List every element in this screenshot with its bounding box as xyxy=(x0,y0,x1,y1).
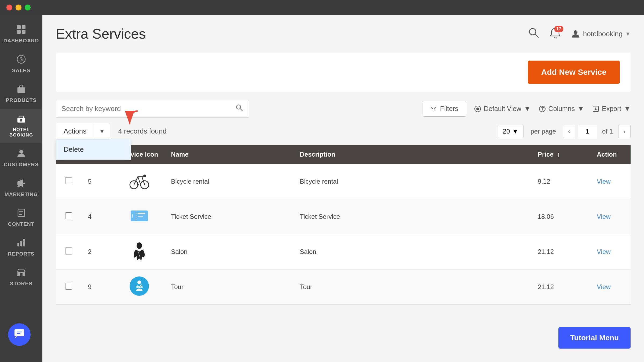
next-page-button[interactable]: › xyxy=(618,125,631,138)
table-header-name: Name xyxy=(164,145,293,164)
row-1-id: 4 xyxy=(82,199,114,234)
view-label: Default View xyxy=(484,105,521,113)
header-search-button[interactable] xyxy=(528,27,540,41)
sidebar-item-sales[interactable]: $ SALES xyxy=(0,49,42,79)
svg-rect-0 xyxy=(17,25,21,29)
svg-text:$: $ xyxy=(20,56,23,62)
sidebar-item-marketing[interactable]: MARKETING xyxy=(0,173,42,203)
sidebar-item-stores-label: STORES xyxy=(10,281,32,287)
table-row: 2 Salon Salon 21.12 View xyxy=(56,234,631,269)
sidebar-item-products[interactable]: PRODUCTS xyxy=(0,79,42,109)
user-menu[interactable]: hotelbooking ▼ xyxy=(571,29,631,39)
export-chevron-icon: ▼ xyxy=(624,105,631,113)
row-2-id: 2 xyxy=(82,234,114,269)
actions-button[interactable]: Actions ▼ xyxy=(56,123,110,139)
row-3-checkbox[interactable] xyxy=(65,283,72,290)
default-view-button[interactable]: Default View ▼ xyxy=(474,105,531,113)
reports-icon xyxy=(16,238,26,249)
row-1-view-link[interactable]: View xyxy=(597,213,611,220)
customers-icon xyxy=(16,149,26,160)
main-content: Extra Services 17 hotelb xyxy=(42,15,644,362)
per-page-number: 20 xyxy=(503,128,510,135)
table-row: 4 Ticket Service Ticket Service 18.06 Vi… xyxy=(56,199,631,234)
row-3-id: 9 xyxy=(82,269,114,305)
per-page-value[interactable]: 20 ▼ xyxy=(498,125,524,138)
sidebar-item-marketing-label: MARKETING xyxy=(5,191,38,197)
row-3-view-link[interactable]: View xyxy=(597,283,611,290)
svg-point-36 xyxy=(137,184,139,186)
row-0-icon xyxy=(114,164,164,199)
row-3-action: View xyxy=(590,269,631,305)
stores-icon xyxy=(16,268,26,279)
sidebar-item-customers[interactable]: CUSTOMERS xyxy=(0,143,42,173)
sidebar: DASHBOARD $ SALES PRODUCTS HOTELB xyxy=(0,15,42,362)
table-header-price[interactable]: Price ↓ xyxy=(531,145,590,164)
sidebar-item-sales-label: SALES xyxy=(12,68,30,73)
actions-menu: Delete xyxy=(56,139,131,160)
row-0-id: 5 xyxy=(82,164,114,199)
sidebar-item-reports[interactable]: REPORTS xyxy=(0,232,42,262)
sidebar-item-content[interactable]: CONTENT xyxy=(0,203,42,232)
actions-label: Actions xyxy=(56,123,94,139)
sidebar-item-customers-label: CUSTOMERS xyxy=(4,162,39,168)
products-icon xyxy=(16,84,26,95)
row-2-price: 21.12 xyxy=(531,234,590,269)
actions-delete-item[interactable]: Delete xyxy=(56,139,131,160)
row-2-checkbox[interactable] xyxy=(65,248,72,254)
tutorial-menu-button[interactable]: Tutorial Menu xyxy=(558,327,631,349)
delete-label: Delete xyxy=(64,145,84,153)
columns-label: Columns xyxy=(548,105,575,113)
svg-rect-20 xyxy=(14,329,24,336)
row-1-checkbox[interactable] xyxy=(65,212,72,219)
svg-point-25 xyxy=(574,30,577,34)
row-0-price: 9.12 xyxy=(531,164,590,199)
filters-button[interactable]: Filters xyxy=(423,101,466,117)
export-label: Export xyxy=(602,105,621,113)
sidebar-item-reports-label: REPORTS xyxy=(8,251,35,257)
page-number-input[interactable] xyxy=(578,125,597,138)
pagination: 20 ▼ per page ‹ of 1 › xyxy=(498,125,631,138)
titlebar xyxy=(0,0,644,15)
sidebar-item-hotel-booking[interactable]: HOTELBOOKING xyxy=(0,109,42,143)
row-0-view-link[interactable]: View xyxy=(597,178,611,185)
maximize-dot[interactable] xyxy=(25,5,31,10)
prev-page-button[interactable]: ‹ xyxy=(563,125,575,138)
row-2-action: View xyxy=(590,234,631,269)
per-page-select[interactable]: 20 ▼ xyxy=(498,125,524,138)
notification-bell[interactable]: 17 xyxy=(549,27,561,40)
svg-point-40 xyxy=(137,242,142,249)
search-box[interactable] xyxy=(56,100,249,118)
table-row: 9 TOUR Tour Tour 21.12 View xyxy=(56,269,631,305)
sidebar-item-dashboard[interactable]: DASHBOARD xyxy=(0,19,42,49)
svg-rect-17 xyxy=(23,239,25,246)
row-1-price: 18.06 xyxy=(531,199,590,234)
svg-rect-6 xyxy=(17,87,25,93)
row-3-description: Tour xyxy=(293,269,531,305)
add-new-service-button[interactable]: Add New Service xyxy=(528,61,620,84)
row-1-name: Ticket Service xyxy=(164,199,293,234)
actions-caret-icon: ▼ xyxy=(94,124,110,139)
svg-point-35 xyxy=(143,175,146,177)
close-dot[interactable] xyxy=(6,5,12,10)
chat-icon xyxy=(13,328,25,342)
svg-point-44 xyxy=(137,280,141,284)
minimize-dot[interactable] xyxy=(16,5,21,10)
row-3-price: 21.12 xyxy=(531,269,590,305)
sidebar-item-stores[interactable]: STORES xyxy=(0,262,42,292)
chat-bubble-button[interactable] xyxy=(8,323,31,346)
table-header-row: ▼ ID Service Icon Name Description Price xyxy=(56,145,631,164)
row-0-checkbox[interactable] xyxy=(65,177,72,184)
columns-button[interactable]: Columns ▼ xyxy=(539,105,584,113)
row-0-action: View xyxy=(590,164,631,199)
svg-rect-2 xyxy=(17,30,21,34)
row-2-view-link[interactable]: View xyxy=(597,248,611,255)
svg-rect-3 xyxy=(22,30,25,34)
page-of-label: of 1 xyxy=(602,128,613,135)
per-page-caret-icon: ▼ xyxy=(512,128,518,135)
table-row: 5 Bicycle rental Bicycle rental 9.12 Vie… xyxy=(56,164,631,199)
search-input[interactable] xyxy=(61,105,231,113)
row-2-icon xyxy=(114,234,164,269)
content-icon xyxy=(16,208,26,219)
svg-point-23 xyxy=(529,28,536,35)
export-button[interactable]: Export ▼ xyxy=(592,105,631,113)
